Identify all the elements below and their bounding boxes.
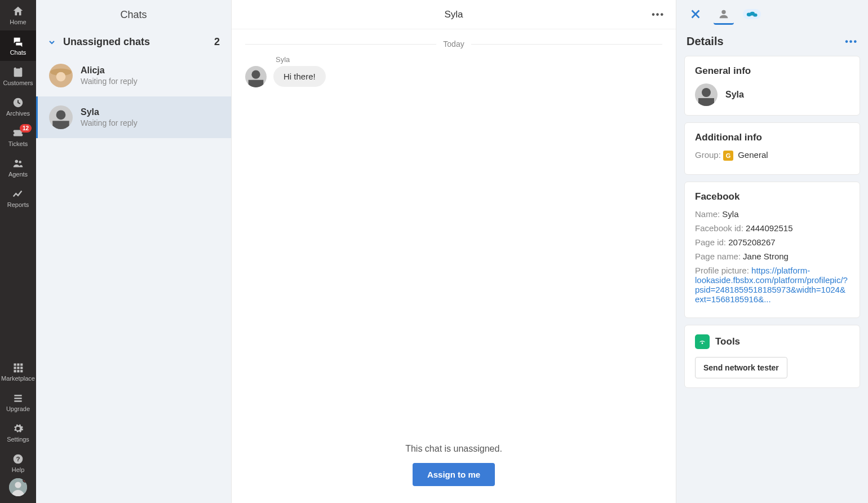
tickets-badge: 12	[20, 124, 32, 133]
svg-rect-8	[14, 367, 16, 369]
svg-rect-13	[20, 370, 23, 372]
details-more-button[interactable]: •••	[845, 37, 858, 47]
svg-point-3	[15, 160, 19, 164]
customers-icon	[12, 66, 24, 78]
nav-marketplace-label: Marketplace	[1, 375, 35, 382]
reports-icon	[12, 188, 24, 200]
profile-pic-label: Profile picture:	[695, 266, 749, 275]
chat-row-name: Alicja	[81, 65, 138, 76]
facebook-card: Facebook Name: Syla Facebook id: 2444092…	[684, 182, 860, 318]
svg-point-30	[721, 10, 725, 14]
fb-name-label: Name:	[695, 209, 720, 219]
nav-chats-label: Chats	[10, 49, 26, 56]
message-bubble: Hi there!	[273, 66, 326, 87]
svg-point-23	[56, 72, 66, 82]
details-panel: Details ••• General info Syla Additional…	[676, 0, 868, 503]
additional-info-card: Additional info Group: G General	[684, 122, 860, 175]
date-label: Today	[443, 39, 464, 48]
group-badge-icon: G	[723, 151, 733, 161]
chat-row-alicja[interactable]: Alicja Waiting for reply	[36, 55, 231, 96]
general-info-name: Syla	[725, 90, 744, 100]
svg-point-35	[702, 88, 711, 97]
svg-rect-29	[249, 80, 264, 87]
avatar	[695, 83, 718, 106]
agents-icon	[12, 157, 24, 170]
status-dot-icon	[23, 478, 27, 483]
additional-info-heading: Additional info	[695, 132, 849, 143]
conversation-footer: This chat is unassigned. Assign to me	[232, 434, 676, 503]
svg-point-20	[15, 482, 21, 488]
svg-rect-16	[14, 400, 21, 402]
svg-rect-1	[16, 67, 20, 69]
svg-rect-36	[698, 98, 714, 106]
nav-archives[interactable]: Archives	[0, 91, 36, 122]
fb-id-value: 2444092515	[746, 223, 792, 233]
group-label: Group:	[695, 150, 721, 160]
fb-name-value: Syla	[722, 209, 738, 219]
svg-point-4	[19, 161, 21, 164]
page-id-value: 2075208267	[728, 237, 775, 247]
nav-tickets[interactable]: 12 Tickets	[0, 122, 36, 152]
nav-customers-label: Customers	[3, 80, 33, 86]
nav-settings-label: Settings	[7, 436, 29, 443]
gear-icon	[12, 422, 24, 435]
message-sender: Syla	[276, 55, 662, 64]
chat-row-name: Syla	[81, 107, 138, 117]
nav-home-label: Home	[10, 19, 26, 25]
nav-settings[interactable]: Settings	[0, 417, 36, 448]
avatar	[49, 105, 73, 129]
details-title: Details	[687, 35, 724, 48]
home-icon	[12, 5, 24, 17]
chat-group-header[interactable]: Unassigned chats 2	[36, 29, 231, 55]
conversation-body: Today Syla Hi there!	[232, 29, 676, 434]
salesforce-icon	[743, 9, 761, 19]
svg-rect-9	[17, 367, 19, 369]
nav-chats[interactable]: Chats	[0, 30, 36, 61]
general-info-card: General info Syla	[684, 56, 860, 116]
chat-row-status: Waiting for reply	[81, 77, 138, 86]
assign-to-me-button[interactable]: Assign to me	[413, 463, 495, 486]
chat-list-panel: Chats Unassigned chats 2 Alicja Waiting …	[36, 0, 232, 503]
salesforce-tab-button[interactable]	[742, 5, 762, 25]
upgrade-icon	[12, 392, 24, 404]
chat-list-title: Chats	[36, 0, 231, 29]
nav-marketplace[interactable]: Marketplace	[0, 356, 36, 387]
send-network-tester-button[interactable]: Send network tester	[695, 357, 787, 378]
svg-text:?: ?	[16, 455, 20, 462]
group-value: General	[738, 150, 768, 160]
fb-id-label: Facebook id:	[695, 223, 743, 233]
close-tab-button[interactable]	[685, 5, 706, 25]
chat-row-status: Waiting for reply	[81, 118, 138, 127]
general-info-heading: General info	[695, 65, 849, 77]
svg-point-37	[702, 342, 703, 344]
nav-help[interactable]: ? Help	[0, 448, 36, 478]
nav-reports-label: Reports	[7, 201, 29, 208]
nav-home[interactable]: Home	[0, 0, 36, 30]
nav-upgrade[interactable]: Upgrade	[0, 387, 36, 417]
svg-rect-12	[17, 370, 19, 372]
svg-rect-26	[52, 121, 69, 129]
svg-rect-10	[20, 367, 23, 369]
nav-agents[interactable]: Agents	[0, 152, 36, 183]
svg-rect-11	[14, 370, 16, 372]
chat-row-syla[interactable]: Syla Waiting for reply	[36, 96, 231, 138]
avatar	[245, 66, 267, 87]
svg-rect-6	[17, 364, 19, 366]
details-title-row: Details •••	[676, 29, 868, 56]
marketplace-icon	[12, 361, 24, 374]
svg-rect-7	[20, 364, 23, 366]
details-tabs	[676, 0, 868, 29]
chat-group-label: Unassigned chats	[63, 36, 150, 48]
nav-customers[interactable]: Customers	[0, 61, 36, 91]
nav-user-avatar[interactable]	[9, 478, 27, 496]
archives-icon	[12, 96, 24, 109]
tools-heading: Tools	[715, 336, 740, 347]
svg-rect-5	[14, 364, 16, 366]
profile-tab-button[interactable]	[714, 5, 734, 25]
nav-tickets-label: Tickets	[8, 140, 28, 147]
conversation-header: Syla •••	[232, 0, 676, 29]
facebook-heading: Facebook	[695, 191, 849, 202]
more-menu-button[interactable]: •••	[652, 10, 665, 20]
nav-reports[interactable]: Reports	[0, 183, 36, 213]
chat-icon	[12, 36, 24, 48]
